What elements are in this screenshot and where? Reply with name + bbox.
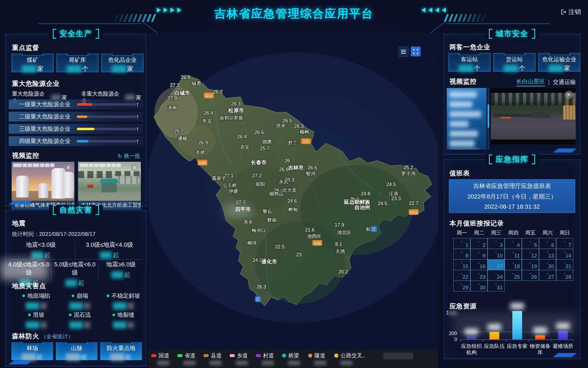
logout-button[interactable]: 注销	[560, 8, 581, 16]
tab-transport[interactable]: 交通运输	[553, 78, 576, 86]
quake-unit: 起	[44, 251, 50, 259]
province-map[interactable]: 26.827.327.926.226.326.426.526.326.626.2…	[148, 33, 438, 368]
stat-button-煤矿[interactable]: 煤矿家	[11, 54, 54, 72]
panel-disaster-title: 自然灾害	[49, 205, 103, 215]
video-player[interactable]: ✕	[491, 88, 576, 144]
calendar-day[interactable]: 17	[488, 259, 505, 270]
stat-button-客运站[interactable]: 客运站个	[448, 53, 491, 72]
calendar-day[interactable]: 16	[470, 259, 488, 270]
stat-value: 个	[449, 64, 490, 72]
calendar-day[interactable]: 22	[453, 270, 470, 281]
day-dot	[564, 273, 565, 274]
close-icon[interactable]: ✕	[64, 164, 72, 172]
map-city-label: 吉林市	[288, 165, 304, 171]
calendar-day[interactable]: 21	[556, 259, 573, 270]
map-city-label: 柳河	[247, 240, 256, 246]
legend-item-隧道[interactable]: 隧道	[308, 352, 326, 368]
calendar-day[interactable]: 3	[488, 238, 505, 249]
calendar-day[interactable]: 15	[453, 259, 470, 270]
refresh-label: 换一批	[124, 152, 140, 160]
xtick	[506, 339, 506, 342]
calendar-day[interactable]: 27	[539, 270, 556, 281]
calendar-day[interactable]: 13	[539, 249, 556, 260]
map-temperature-label: 27.2	[252, 173, 262, 178]
calendar-day[interactable]: 4	[505, 238, 522, 249]
legend-item-国道[interactable]: 国道	[151, 352, 169, 368]
panel-natural-disaster: 自然灾害 地震 统计时间：2021/08/17-2022/08/17 地震<3.…	[5, 210, 146, 366]
scrollbar-track[interactable]	[488, 88, 489, 150]
blurred-value	[100, 252, 112, 259]
geo-item: 不稳定斜坡	[102, 292, 145, 309]
geo-item: 滑坡	[15, 311, 58, 329]
calendar-day[interactable]: 2	[470, 238, 488, 249]
calendar-day[interactable]: 29	[453, 281, 470, 291]
calendar-day[interactable]: 10	[488, 249, 505, 260]
blurred-value	[459, 65, 473, 72]
camera-timestamp: ████ ██ ██ ███ ██:██:██	[13, 163, 54, 167]
map-city-label: 舒兰	[288, 140, 298, 145]
legend-item-县道[interactable]: 县道	[204, 352, 222, 368]
stat-button-山脉[interactable]: 山脉处	[56, 342, 97, 360]
calendar-day[interactable]: 26	[522, 270, 539, 281]
legend-item-乡道[interactable]: 乡道	[230, 352, 248, 368]
map-layers-button[interactable]	[398, 47, 409, 57]
calendar-day[interactable]: 24	[488, 270, 505, 281]
calendar-day[interactable]: 23	[470, 270, 488, 281]
scrollbar-thumb[interactable]	[488, 104, 489, 128]
stat-button-林场[interactable]: 林场处	[11, 342, 53, 360]
calendar-day[interactable]: 14	[556, 249, 573, 260]
calendar-day[interactable]: 18	[505, 259, 522, 270]
calendar-day[interactable]: 5	[522, 238, 539, 249]
calendar-day[interactable]: 11	[505, 249, 522, 260]
blurred-value	[288, 361, 300, 365]
camera-list[interactable]	[447, 88, 486, 150]
calendar-day[interactable]: 20	[539, 259, 556, 270]
legend-item-省道[interactable]: 省道	[177, 352, 195, 368]
blurred-value	[22, 65, 36, 72]
map-temperature-label: 21.6	[305, 227, 314, 233]
calendar-day[interactable]: 19	[522, 259, 539, 270]
xtick	[483, 339, 483, 342]
blurred-value	[314, 361, 326, 365]
calendar-day[interactable]: 12	[522, 249, 539, 260]
calendar-day[interactable]: 9	[470, 249, 488, 260]
legend-item-村道[interactable]: 村道	[256, 352, 274, 368]
stat-unit: 个	[519, 64, 525, 72]
calendar-day[interactable]: 1	[453, 238, 470, 249]
calendar-day[interactable]: 28	[556, 270, 573, 281]
map-temperature-label: 23.3	[391, 196, 401, 201]
day-number: 24	[497, 274, 503, 280]
blurred-value	[210, 361, 222, 365]
legend-label: 省道	[185, 352, 195, 359]
calendar-day[interactable]: 25	[505, 270, 522, 281]
day-dot	[495, 241, 497, 242]
close-icon[interactable]: ✕	[565, 91, 573, 99]
stat-button-防火重点地[interactable]: 防火重点地处	[100, 342, 142, 360]
scene-ground	[78, 193, 141, 201]
calendar-day[interactable]: 6	[539, 238, 556, 249]
hazard-level-row: 一级重大危险源企业↑	[9, 99, 143, 109]
tab-changbaishan[interactable]: 长白山景区	[516, 78, 545, 86]
map-legend: 国道省道县道乡道村道桥梁隧道公路交叉..	[148, 350, 438, 368]
calendar-day[interactable]: 31	[488, 281, 505, 291]
map-fullscreen-button[interactable]	[411, 47, 421, 56]
stat-button-危化运输企业[interactable]: 危化运输企业家	[538, 53, 580, 72]
day-dot	[547, 263, 548, 264]
refresh-batch-link[interactable]: ↻ 换一批	[118, 152, 140, 160]
close-icon[interactable]: ✕	[131, 164, 139, 172]
calendar-day[interactable]: 8	[453, 249, 470, 260]
day-dot	[461, 284, 462, 285]
map-city-label: 松原市	[228, 108, 244, 113]
map-city-label: 前郭尔罗斯	[220, 115, 243, 121]
legend-item-公路交叉..[interactable]: 公路交叉..	[334, 352, 365, 368]
scene-orange-strip	[501, 117, 511, 118]
stat-button-危化品企业[interactable]: 危化品企业家	[101, 54, 143, 72]
legend-item-桥梁[interactable]: 桥梁	[282, 352, 300, 368]
calendar-day[interactable]: 7	[556, 238, 573, 249]
stat-button-尾矿库[interactable]: 尾矿库个	[56, 54, 99, 72]
panel-title-text: 安全生产	[60, 29, 92, 39]
calendar-day[interactable]: 30	[470, 281, 488, 291]
stat-button-货运站[interactable]: 货运站个	[493, 53, 535, 72]
resource-header: 应急资源	[449, 302, 477, 311]
camera-card[interactable]: ████ ██ ██ ███ ██:██:██ ✕ 吉林市吉化北方炬鼎工贸责任.…	[78, 162, 141, 210]
